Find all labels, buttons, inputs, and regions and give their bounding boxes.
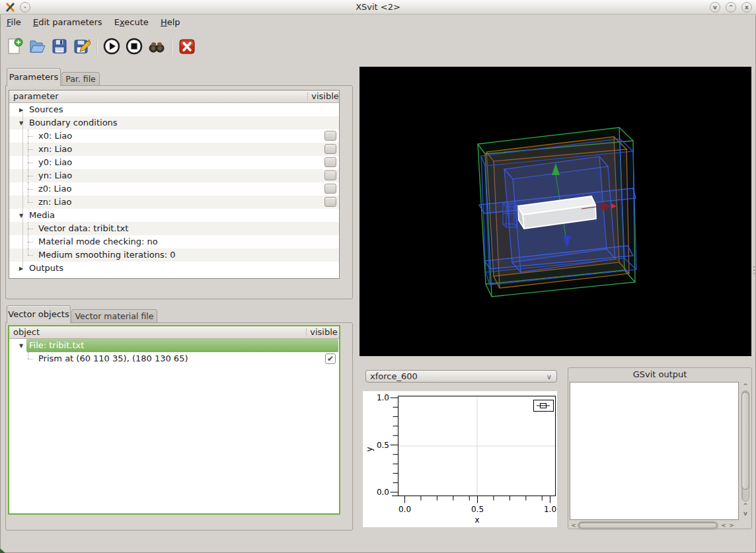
expander-expanded-icon[interactable]: ▼ xyxy=(19,120,26,126)
maximize-button[interactable]: ^ xyxy=(726,2,736,13)
tree-row-label: File: tribit.txt xyxy=(29,339,84,352)
tree-row-label: xn: Liao xyxy=(38,143,72,156)
output-vscrollbar[interactable]: ^ ^ v xyxy=(740,382,751,520)
run-icon[interactable] xyxy=(103,38,120,55)
menu-edit-parameters[interactable]: Edit parameters xyxy=(28,15,107,31)
menu-help[interactable]: Help xyxy=(156,15,185,31)
tree-row[interactable]: Prism at (60 110 35), (180 130 65)✔ xyxy=(9,352,339,365)
expander-collapsed-icon[interactable]: ▶ xyxy=(19,265,26,272)
expander-collapsed-icon[interactable]: ▶ xyxy=(19,106,26,113)
tree-row[interactable]: yn: Liao xyxy=(9,169,339,182)
visible-toggle-button[interactable] xyxy=(324,170,336,180)
save-file-icon[interactable] xyxy=(51,38,68,55)
tree-row[interactable]: Material mode checking: no xyxy=(9,235,339,248)
window-menu-button[interactable]: · xyxy=(20,2,30,13)
tree-row[interactable]: xn: Liao xyxy=(9,143,339,156)
svg-text:0.0: 0.0 xyxy=(398,505,411,514)
visible-toggle-button[interactable] xyxy=(324,157,336,167)
visible-toggle-button[interactable] xyxy=(324,184,336,194)
svg-text:0.0: 0.0 xyxy=(377,488,389,497)
tree-row[interactable]: Medium smoothing iterations: 0 xyxy=(9,248,339,262)
expander-expanded-icon[interactable]: ▼ xyxy=(19,212,26,219)
tree-row[interactable]: ▶Sources xyxy=(9,103,339,116)
parameters-tree-header[interactable]: parameter visible xyxy=(9,91,339,103)
tree-row-label: Prism at (60 110 35), (180 130 65) xyxy=(38,352,188,365)
tree-row-label: Boundary conditions xyxy=(29,116,118,129)
toolbar-separator xyxy=(96,38,98,54)
tree-row-label: yn: Liao xyxy=(38,169,72,182)
menu-execute[interactable]: Execute xyxy=(110,15,153,31)
svg-text:0.5: 0.5 xyxy=(377,441,389,450)
tree-row-label: Media xyxy=(29,209,55,222)
svg-text:1.0: 1.0 xyxy=(544,505,556,514)
3d-viewport[interactable] xyxy=(359,67,751,356)
toolbar xyxy=(0,31,756,61)
tree-row[interactable]: y0: Liao xyxy=(9,156,339,169)
tree-row[interactable]: ▼File: tribit.txt xyxy=(9,339,339,352)
svg-text:1.0: 1.0 xyxy=(377,393,389,402)
objects-tree-header[interactable]: object visible xyxy=(9,326,339,339)
tree-row-label: y0: Liao xyxy=(38,156,72,169)
open-file-icon[interactable] xyxy=(28,38,46,55)
tree-row[interactable]: ▼Media xyxy=(9,209,339,222)
tree-row-label: x0: Liao xyxy=(38,129,72,143)
tree-row-label: Material mode checking: no xyxy=(38,235,158,248)
tab-parameters[interactable]: Parameters xyxy=(7,68,61,86)
minimize-button[interactable]: v xyxy=(710,2,720,13)
resize-grip xyxy=(0,548,5,553)
stop-icon[interactable] xyxy=(126,38,143,55)
parameters-tree: parameter visible ▶Sources▼Boundary cond… xyxy=(9,90,340,279)
visible-toggle-button[interactable] xyxy=(324,131,336,141)
output-hscrollbar[interactable]: < < > xyxy=(570,521,736,531)
column-visible[interactable]: visible xyxy=(310,91,340,101)
expander-expanded-icon[interactable]: ▼ xyxy=(19,342,26,349)
menu-file[interactable]: File xyxy=(2,15,26,31)
graph-panel[interactable]: 0.00.51.00.00.51.0yx xyxy=(363,391,557,527)
output-selector-value: xforce_600 xyxy=(370,371,418,381)
close-file-icon[interactable] xyxy=(178,38,196,55)
menubar: File Edit parameters Execute Help xyxy=(0,15,756,31)
tree-row[interactable]: Vector data: tribit.txt xyxy=(9,222,339,235)
tab-par-file[interactable]: Par. file xyxy=(61,72,100,86)
svg-text:x: x xyxy=(474,515,479,525)
close-button[interactable]: x xyxy=(741,2,752,13)
gsvit-output-text[interactable] xyxy=(570,382,739,520)
visible-checkbox[interactable]: ✔ xyxy=(325,353,336,364)
tree-row-label: Medium smoothing iterations: 0 xyxy=(38,248,176,262)
tree-row[interactable]: x0: Liao xyxy=(9,129,339,143)
column-object[interactable]: object xyxy=(13,327,40,337)
tree-row-label: z0: Liao xyxy=(38,182,71,196)
titlebar: · XSvit <2> v ^ x xyxy=(0,0,756,15)
tree-row[interactable]: ▶Outputs xyxy=(9,262,339,275)
tab-vector-objects[interactable]: Vector objects xyxy=(7,305,71,323)
gsvit-output-label: GSvit output xyxy=(568,368,751,379)
svg-text:y: y xyxy=(365,447,374,451)
tab-vector-material-file[interactable]: Vector material file xyxy=(71,309,157,323)
svg-text:0.5: 0.5 xyxy=(471,505,484,514)
tree-row-label: zn: Liao xyxy=(38,196,71,209)
visible-toggle-button[interactable] xyxy=(324,144,336,154)
tree-row[interactable]: zn: Liao xyxy=(9,196,339,209)
search-icon[interactable] xyxy=(148,38,165,55)
output-selector[interactable]: xforce_600 v xyxy=(365,370,557,383)
tree-row-label: Outputs xyxy=(29,262,63,275)
window-title: XSvit <2> xyxy=(0,0,756,14)
app-icon xyxy=(5,2,16,13)
objects-tree: object visible ▼File: tribit.txtPrism at… xyxy=(8,325,340,515)
tree-row-label: Vector data: tribit.txt xyxy=(38,222,128,235)
column-visible[interactable]: visible xyxy=(309,327,339,337)
tree-row-label: Sources xyxy=(29,103,63,116)
tree-row[interactable]: ▼Boundary conditions xyxy=(9,116,339,129)
visible-toggle-button[interactable] xyxy=(324,197,336,207)
save-as-icon[interactable] xyxy=(73,38,91,55)
gsvit-output-frame: GSvit output ^ ^ v < < > xyxy=(568,367,752,529)
toolbar-separator xyxy=(171,38,172,54)
tree-row[interactable]: z0: Liao xyxy=(9,182,339,196)
new-file-icon[interactable] xyxy=(6,38,23,55)
column-parameter[interactable]: parameter xyxy=(13,91,59,101)
chevron-down-icon: v xyxy=(547,371,551,383)
